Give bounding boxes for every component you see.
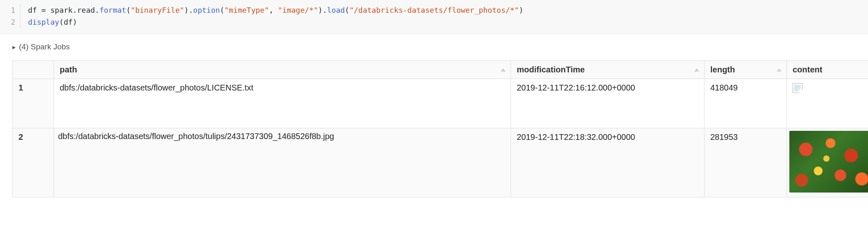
caret-right-icon: ▸ <box>12 43 16 51</box>
code-token: = <box>37 6 51 14</box>
code-token: ( <box>59 18 64 26</box>
column-header-label: length <box>710 65 735 74</box>
code-body[interactable]: df = spark.read.format("binaryFile").opt… <box>21 4 868 28</box>
code-token: load <box>327 6 345 14</box>
spark-jobs-label: (4) Spark Jobs <box>19 42 70 51</box>
column-header-label: modificationTime <box>517 65 585 74</box>
code-token: ( <box>345 6 350 14</box>
code-token: df <box>28 6 37 14</box>
column-header-content[interactable]: content <box>787 61 868 79</box>
cell-path: dbfs:/databricks-datasets/flower_photos/… <box>54 79 511 128</box>
code-token: "binaryFile" <box>131 6 184 14</box>
code-token: ) <box>519 6 523 14</box>
code-token: , <box>269 6 278 14</box>
row-number-cell: 1 <box>13 79 54 128</box>
code-gutter: 12 <box>0 4 21 28</box>
row-number-header <box>13 61 54 79</box>
row-number-cell: 2 <box>13 128 54 197</box>
sort-asc-icon[interactable] <box>501 68 506 72</box>
cell-modificationtime: 2019-12-11T22:18:32.000+0000 <box>511 128 705 197</box>
cell-length: 418049 <box>705 79 787 128</box>
cell-modificationtime: 2019-12-11T22:16:12.000+0000 <box>511 79 705 128</box>
code-token: ). <box>184 6 193 14</box>
cell-path: dbfs:/databricks-datasets/flower_photos/… <box>54 128 511 197</box>
code-token: ) <box>72 18 77 26</box>
code-token: format <box>99 6 126 14</box>
code-line[interactable]: display(df) <box>28 16 868 28</box>
code-token: ( <box>220 6 224 14</box>
code-cell[interactable]: 12 df = spark.read.format("binaryFile").… <box>0 0 868 34</box>
cell-content <box>787 79 868 128</box>
broken-image-icon <box>793 83 803 93</box>
cell-content <box>787 128 868 197</box>
spark-jobs-toggle[interactable]: ▸ (4) Spark Jobs <box>12 42 856 51</box>
table-row[interactable]: 2dbfs:/databricks-datasets/flower_photos… <box>13 128 868 197</box>
sort-asc-icon[interactable] <box>694 68 699 72</box>
code-token: read <box>77 6 95 14</box>
column-header-label: content <box>793 65 822 74</box>
column-header-path[interactable]: path <box>54 61 511 79</box>
code-token: . <box>95 6 100 14</box>
image-thumbnail[interactable] <box>789 131 868 193</box>
column-header-label: path <box>60 65 77 74</box>
result-table: path modificationTime length content 1db… <box>12 60 868 197</box>
line-number: 2 <box>0 16 15 28</box>
code-token: "mimeType" <box>224 6 269 14</box>
code-line[interactable]: df = spark.read.format("binaryFile").opt… <box>28 4 868 16</box>
line-number: 1 <box>0 4 15 16</box>
code-token: "image/*" <box>278 6 318 14</box>
code-token: display <box>28 18 59 26</box>
sort-asc-icon[interactable] <box>777 68 782 72</box>
column-header-modificationtime[interactable]: modificationTime <box>511 61 705 79</box>
code-token: ). <box>318 6 327 14</box>
code-token: "/databricks-datasets/flower_photos/*" <box>349 6 519 14</box>
code-token: spark <box>50 6 72 14</box>
code-token: option <box>193 6 220 14</box>
code-token: . <box>72 6 77 14</box>
column-header-length[interactable]: length <box>705 61 787 79</box>
table-row[interactable]: 1dbfs:/databricks-datasets/flower_photos… <box>13 79 868 128</box>
output-area: ▸ (4) Spark Jobs path modificationTime l… <box>0 34 868 202</box>
code-token: ( <box>126 6 131 14</box>
cell-length: 281953 <box>705 128 787 197</box>
code-token: df <box>64 18 73 26</box>
table-header-row: path modificationTime length content <box>13 61 868 79</box>
